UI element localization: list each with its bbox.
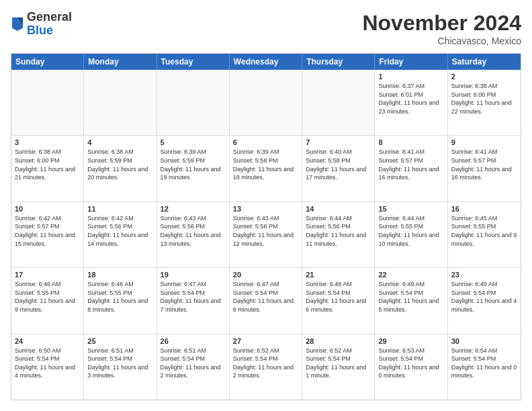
day-info-21: Sunrise: 6:48 AM Sunset: 5:54 PM Dayligh… <box>306 280 371 314</box>
cal-cell-4-3: 27Sunrise: 6:52 AM Sunset: 5:54 PM Dayli… <box>230 334 302 400</box>
day-info-3: Sunrise: 6:38 AM Sunset: 6:00 PM Dayligh… <box>15 148 80 181</box>
cal-cell-4-5: 29Sunrise: 6:53 AM Sunset: 5:54 PM Dayli… <box>375 334 447 400</box>
cal-cell-3-4: 21Sunrise: 6:48 AM Sunset: 5:54 PM Dayli… <box>302 268 375 333</box>
day-number-16: 16 <box>451 205 517 213</box>
calendar-body: 1Sunrise: 6:37 AM Sunset: 6:01 PM Daylig… <box>11 70 521 400</box>
day-info-18: Sunrise: 6:46 AM Sunset: 5:55 PM Dayligh… <box>87 280 152 314</box>
cal-cell-0-4 <box>302 70 375 135</box>
month-title: November 2024 <box>362 11 521 36</box>
day-info-22: Sunrise: 6:49 AM Sunset: 5:54 PM Dayligh… <box>378 280 443 314</box>
cal-row-4: 24Sunrise: 6:50 AM Sunset: 5:54 PM Dayli… <box>11 334 521 400</box>
page: General Blue November 2024 Chicavasco, M… <box>0 0 532 411</box>
day-number-21: 21 <box>306 271 371 279</box>
day-info-13: Sunrise: 6:43 AM Sunset: 5:56 PM Dayligh… <box>233 214 298 248</box>
day-number-24: 24 <box>15 337 80 345</box>
day-number-20: 20 <box>233 271 298 279</box>
cal-cell-2-4: 14Sunrise: 6:44 AM Sunset: 5:56 PM Dayli… <box>302 202 375 267</box>
day-info-26: Sunrise: 6:51 AM Sunset: 5:54 PM Dayligh… <box>161 347 226 380</box>
cal-cell-4-0: 24Sunrise: 6:50 AM Sunset: 5:54 PM Dayli… <box>11 334 84 400</box>
day-number-13: 13 <box>233 205 298 213</box>
day-number-30: 30 <box>451 337 517 345</box>
day-number-27: 27 <box>233 337 298 345</box>
cal-cell-0-6: 2Sunrise: 6:38 AM Sunset: 6:00 PM Daylig… <box>448 70 521 135</box>
day-info-11: Sunrise: 6:42 AM Sunset: 5:56 PM Dayligh… <box>87 214 152 248</box>
day-number-23: 23 <box>451 271 517 279</box>
title-area: November 2024 Chicavasco, Mexico <box>362 11 521 46</box>
day-number-14: 14 <box>306 205 371 213</box>
cal-cell-4-1: 25Sunrise: 6:51 AM Sunset: 5:54 PM Dayli… <box>84 334 157 400</box>
cal-cell-0-5: 1Sunrise: 6:37 AM Sunset: 6:01 PM Daylig… <box>375 70 447 135</box>
header-saturday: Saturday <box>448 54 521 70</box>
day-info-24: Sunrise: 6:50 AM Sunset: 5:54 PM Dayligh… <box>15 347 80 380</box>
cal-cell-0-2 <box>157 70 230 135</box>
day-info-20: Sunrise: 6:47 AM Sunset: 5:54 PM Dayligh… <box>233 280 298 314</box>
cal-cell-1-5: 8Sunrise: 6:41 AM Sunset: 5:57 PM Daylig… <box>375 136 447 201</box>
header: General Blue November 2024 Chicavasco, M… <box>11 11 521 46</box>
day-number-2: 2 <box>451 73 517 81</box>
day-number-22: 22 <box>378 271 443 279</box>
cal-cell-1-3: 6Sunrise: 6:39 AM Sunset: 5:58 PM Daylig… <box>230 136 302 201</box>
header-thursday: Thursday <box>302 54 375 70</box>
day-info-8: Sunrise: 6:41 AM Sunset: 5:57 PM Dayligh… <box>378 148 443 181</box>
cal-cell-3-1: 18Sunrise: 6:46 AM Sunset: 5:55 PM Dayli… <box>84 268 157 333</box>
logo-general-text: General <box>27 10 72 24</box>
cal-cell-1-0: 3Sunrise: 6:38 AM Sunset: 6:00 PM Daylig… <box>11 136 84 201</box>
day-number-25: 25 <box>87 337 152 345</box>
day-info-19: Sunrise: 6:47 AM Sunset: 5:54 PM Dayligh… <box>161 280 226 314</box>
day-number-11: 11 <box>87 205 152 213</box>
day-info-15: Sunrise: 6:44 AM Sunset: 5:55 PM Dayligh… <box>378 214 443 248</box>
day-number-28: 28 <box>306 337 371 345</box>
cal-cell-3-0: 17Sunrise: 6:46 AM Sunset: 5:55 PM Dayli… <box>11 268 84 333</box>
day-number-29: 29 <box>378 337 443 345</box>
day-number-18: 18 <box>87 271 152 279</box>
day-info-25: Sunrise: 6:51 AM Sunset: 5:54 PM Dayligh… <box>87 347 152 380</box>
cal-cell-2-6: 16Sunrise: 6:45 AM Sunset: 5:55 PM Dayli… <box>448 202 521 267</box>
cal-cell-1-2: 5Sunrise: 6:39 AM Sunset: 5:59 PM Daylig… <box>157 136 230 201</box>
header-wednesday: Wednesday <box>230 54 302 70</box>
day-info-28: Sunrise: 6:52 AM Sunset: 5:54 PM Dayligh… <box>306 347 371 380</box>
cal-cell-2-3: 13Sunrise: 6:43 AM Sunset: 5:56 PM Dayli… <box>230 202 302 267</box>
header-tuesday: Tuesday <box>157 54 230 70</box>
day-number-3: 3 <box>15 138 80 146</box>
day-info-16: Sunrise: 6:45 AM Sunset: 5:55 PM Dayligh… <box>451 214 517 248</box>
day-info-29: Sunrise: 6:53 AM Sunset: 5:54 PM Dayligh… <box>378 347 443 380</box>
cal-cell-0-3 <box>230 70 302 135</box>
cal-row-2: 10Sunrise: 6:42 AM Sunset: 5:57 PM Dayli… <box>11 202 521 268</box>
day-info-27: Sunrise: 6:52 AM Sunset: 5:54 PM Dayligh… <box>233 347 298 380</box>
calendar: Sunday Monday Tuesday Wednesday Thursday… <box>11 53 521 400</box>
header-friday: Friday <box>375 54 447 70</box>
cal-row-3: 17Sunrise: 6:46 AM Sunset: 5:55 PM Dayli… <box>11 268 521 334</box>
day-number-6: 6 <box>233 138 298 146</box>
day-info-7: Sunrise: 6:40 AM Sunset: 5:58 PM Dayligh… <box>306 148 371 181</box>
location: Chicavasco, Mexico <box>362 36 521 46</box>
day-number-1: 1 <box>378 73 443 81</box>
cal-cell-0-1 <box>84 70 157 135</box>
cal-cell-1-1: 4Sunrise: 6:38 AM Sunset: 5:59 PM Daylig… <box>84 136 157 201</box>
day-number-5: 5 <box>161 138 226 146</box>
cal-cell-2-0: 10Sunrise: 6:42 AM Sunset: 5:57 PM Dayli… <box>11 202 84 267</box>
day-number-19: 19 <box>161 271 226 279</box>
day-info-4: Sunrise: 6:38 AM Sunset: 5:59 PM Dayligh… <box>87 148 152 181</box>
day-info-9: Sunrise: 6:41 AM Sunset: 5:57 PM Dayligh… <box>451 148 517 181</box>
day-info-1: Sunrise: 6:37 AM Sunset: 6:01 PM Dayligh… <box>378 82 443 116</box>
day-number-10: 10 <box>15 205 80 213</box>
day-number-8: 8 <box>378 138 443 146</box>
day-info-2: Sunrise: 6:38 AM Sunset: 6:00 PM Dayligh… <box>451 82 517 116</box>
cal-cell-2-2: 12Sunrise: 6:43 AM Sunset: 5:56 PM Dayli… <box>157 202 230 267</box>
day-number-15: 15 <box>378 205 443 213</box>
logo-blue-text: Blue <box>27 24 53 37</box>
day-info-14: Sunrise: 6:44 AM Sunset: 5:56 PM Dayligh… <box>306 214 371 248</box>
day-info-6: Sunrise: 6:39 AM Sunset: 5:58 PM Dayligh… <box>233 148 298 181</box>
day-number-7: 7 <box>306 138 371 146</box>
day-number-12: 12 <box>161 205 226 213</box>
logo: General Blue <box>11 11 72 38</box>
day-info-17: Sunrise: 6:46 AM Sunset: 5:55 PM Dayligh… <box>15 280 80 314</box>
cal-cell-1-4: 7Sunrise: 6:40 AM Sunset: 5:58 PM Daylig… <box>302 136 375 201</box>
day-info-12: Sunrise: 6:43 AM Sunset: 5:56 PM Dayligh… <box>161 214 226 248</box>
day-info-30: Sunrise: 6:54 AM Sunset: 5:54 PM Dayligh… <box>451 347 517 380</box>
cal-cell-3-5: 22Sunrise: 6:49 AM Sunset: 5:54 PM Dayli… <box>375 268 447 333</box>
cal-cell-2-1: 11Sunrise: 6:42 AM Sunset: 5:56 PM Dayli… <box>84 202 157 267</box>
cal-cell-3-2: 19Sunrise: 6:47 AM Sunset: 5:54 PM Dayli… <box>157 268 230 333</box>
logo-icon <box>11 15 24 31</box>
day-number-9: 9 <box>451 138 517 146</box>
